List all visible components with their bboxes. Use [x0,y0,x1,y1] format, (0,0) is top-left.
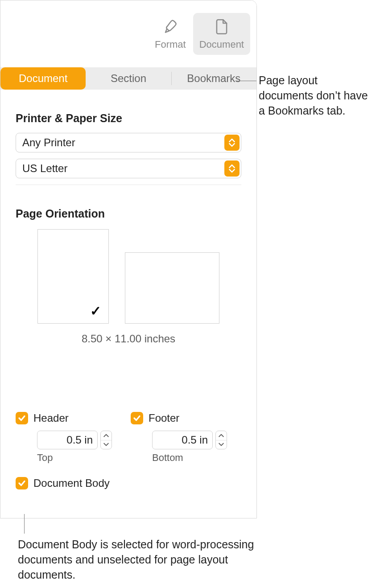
document-icon [213,18,230,35]
orientation-options: ✓ [16,229,241,324]
tab-section[interactable]: Section [86,67,171,90]
printer-value: Any Printer [22,136,224,149]
chevron-up-icon [216,431,227,440]
divider [16,185,241,185]
orientation-portrait[interactable]: ✓ [37,229,109,324]
header-position-label: Top [37,452,126,464]
paper-size-value: US Letter [22,162,224,175]
orientation-title: Page Orientation [16,207,241,220]
callout-leader [24,514,25,534]
header-footer-row: Header 0.5 in Top Footer [16,412,241,464]
checkmark-icon: ✓ [90,303,101,319]
document-body-label: Document Body [33,477,110,489]
tab-bookmarks[interactable]: Bookmarks [171,67,256,90]
chevron-up-down-icon [224,160,240,177]
printer-popup[interactable]: Any Printer [16,133,241,152]
page-dimensions: 8.50 × 11.00 inches [16,333,241,345]
header-label: Header [33,412,69,424]
brush-icon [162,18,179,35]
paper-size-popup[interactable]: US Letter [16,159,241,178]
document-body-checkbox[interactable] [16,477,28,489]
footer-margin-stepper[interactable] [215,431,227,449]
chevron-up-down-icon [224,135,240,151]
document-button[interactable]: Document [193,13,250,55]
printer-paper-title: Printer & Paper Size [16,112,241,125]
callout-bookmarks: Page layout documents don’t have a Bookm… [259,73,373,118]
chevron-down-icon [216,440,227,449]
callout-leader [236,81,256,81]
tab-document[interactable]: Document [0,67,86,90]
orientation-landscape[interactable] [125,252,219,324]
format-button[interactable]: Format [149,13,192,55]
callout-document-body: Document Body is selected for word-proce… [18,537,268,582]
header-margin-field[interactable]: 0.5 in [37,431,98,449]
header-checkbox[interactable] [16,412,28,424]
toolbar: Format Document [0,0,256,67]
footer-checkbox[interactable] [131,412,143,424]
chevron-down-icon [101,440,112,449]
inspector-tabs: Document Section Bookmarks [0,67,256,90]
footer-label: Footer [149,412,179,424]
format-label: Format [155,39,186,50]
footer-position-label: Bottom [152,452,241,464]
footer-margin-field[interactable]: 0.5 in [152,431,213,449]
chevron-up-icon [101,431,112,440]
inspector-content: Printer & Paper Size Any Printer US Lett… [0,112,256,518]
inspector-panel: Format Document Document Section Bookmar… [0,0,257,518]
header-margin-stepper[interactable] [100,431,112,449]
document-label: Document [199,39,244,50]
